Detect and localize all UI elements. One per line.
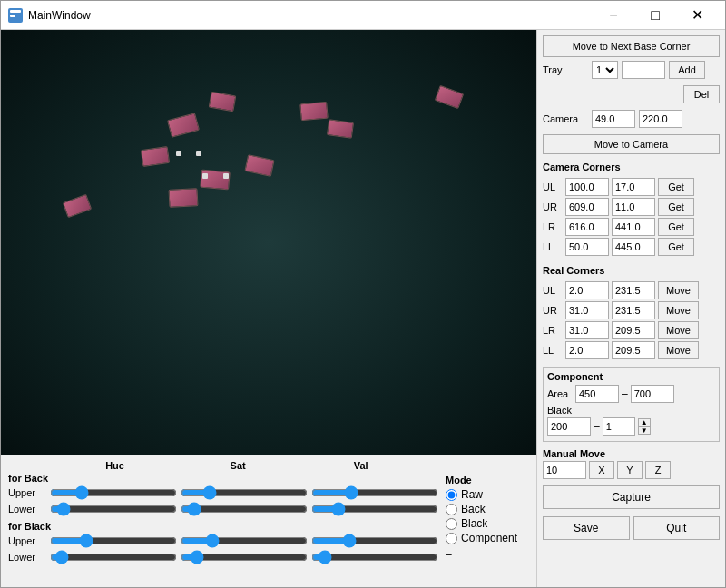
mode-black-label: Black — [461, 517, 487, 530]
manual-move-row: X Y Z — [543, 461, 720, 479]
component-2 — [209, 92, 237, 113]
x-button[interactable]: X — [589, 461, 614, 479]
mode-back-radio[interactable] — [446, 504, 457, 515]
back-upper-hue-slider[interactable] — [50, 485, 177, 501]
component-lead-2 — [196, 151, 201, 156]
real-corner-row-LL: LL Move — [543, 341, 720, 359]
camera-corner-UL-y[interactable] — [612, 178, 655, 196]
area-min-input[interactable] — [575, 385, 619, 403]
del-button[interactable]: Del — [683, 85, 720, 103]
sliders-left: for Back Upper Lower — [8, 473, 438, 565]
mode-component-radio[interactable] — [446, 533, 457, 544]
black-lower-hue-slider[interactable] — [50, 549, 177, 565]
back-lower-val-slider[interactable] — [311, 501, 438, 517]
black-min-input[interactable] — [547, 417, 591, 436]
mode-black[interactable]: Black — [446, 517, 529, 530]
tray-row: Tray 1234 Add — [543, 61, 720, 79]
component-title: Component — [547, 371, 715, 382]
quit-button[interactable]: Quit — [633, 516, 721, 540]
black-lower-val-slider[interactable] — [311, 549, 438, 565]
camera-corner-UR-y[interactable] — [612, 198, 655, 216]
camera-y-input[interactable] — [639, 110, 682, 128]
area-max-input[interactable] — [631, 385, 674, 403]
back-lower-hue-slider[interactable] — [50, 501, 177, 517]
move-to-camera-button[interactable]: Move to Camera — [543, 134, 720, 154]
camera-corner-LL-y[interactable] — [612, 238, 655, 256]
real-corner-UR-y[interactable] — [612, 301, 655, 319]
tray-input[interactable] — [622, 61, 665, 79]
camera-corner-UL-x[interactable] — [565, 178, 609, 196]
get-UL-button[interactable]: Get — [658, 178, 694, 196]
black-upper-sat-slider[interactable] — [181, 533, 308, 549]
real-corner-LR-y[interactable] — [612, 321, 655, 339]
manual-move-input[interactable] — [543, 461, 586, 479]
y-button[interactable]: Y — [617, 461, 643, 479]
real-corner-LR-x[interactable] — [565, 321, 609, 339]
black-spinner-input[interactable] — [603, 417, 635, 436]
corner-label-UR: UR — [543, 201, 563, 212]
tray-select[interactable]: 1234 — [592, 61, 618, 79]
move-UR-button[interactable]: Move — [658, 301, 699, 319]
corner-label-UL: UL — [543, 181, 563, 192]
back-upper-val-slider[interactable] — [311, 485, 438, 501]
real-corner-LL-y[interactable] — [612, 341, 655, 359]
close-button[interactable]: ✕ — [676, 1, 718, 30]
black-upper-hue-slider[interactable] — [50, 533, 177, 549]
camera-corner-LR-x[interactable] — [565, 218, 609, 236]
mode-black-radio[interactable] — [446, 518, 457, 530]
camera-corner-LL-x[interactable] — [565, 238, 609, 256]
real-corner-LL-x[interactable] — [565, 341, 609, 359]
corner-label-LR: LR — [543, 221, 563, 232]
get-LR-button[interactable]: Get — [658, 218, 694, 236]
camera-corner-LR-y[interactable] — [612, 218, 655, 236]
add-button[interactable]: Add — [669, 61, 705, 79]
real-corner-UL-x[interactable] — [565, 281, 609, 299]
component-lead-1 — [176, 151, 182, 156]
window-title: MainWindow — [28, 9, 593, 22]
black-lower-sat-slider[interactable] — [181, 549, 308, 565]
area-label: Area — [547, 388, 573, 399]
camera-bg — [1, 30, 536, 455]
z-button[interactable]: Z — [645, 461, 671, 479]
right-panel: Move to Next Base Corner Tray 1234 Add D… — [536, 30, 725, 587]
camera-corner-UR-x[interactable] — [565, 198, 609, 216]
back-upper-sat-slider[interactable] — [181, 485, 308, 501]
save-button[interactable]: Save — [543, 516, 630, 540]
sat-header: Sat — [176, 460, 299, 471]
black-row: Black — [547, 405, 715, 416]
mode-component[interactable]: Component — [446, 532, 529, 544]
camera-corners-title: Camera Corners — [543, 162, 720, 172]
spinner-up[interactable]: ▲ — [638, 418, 651, 426]
black-upper-label: Upper — [8, 535, 46, 546]
bottom-buttons: Save Quit — [543, 516, 720, 540]
get-LL-button[interactable]: Get — [658, 238, 694, 256]
move-UL-button[interactable]: Move — [658, 281, 699, 299]
camera-corners-section: UL Get UR Get LR Get LL Get — [543, 178, 720, 258]
capture-button[interactable]: Capture — [543, 485, 720, 509]
app-icon — [8, 8, 23, 23]
component-7 — [63, 194, 92, 218]
mode-raw-radio[interactable] — [446, 489, 457, 501]
move-LL-button[interactable]: Move — [658, 341, 699, 359]
mode-raw[interactable]: Raw — [446, 488, 529, 501]
camera-label: Camera — [543, 113, 588, 124]
sliders-bottom: for Back Upper Lower — [8, 473, 529, 565]
real-corner-UR-x[interactable] — [565, 301, 609, 319]
camera-x-input[interactable] — [592, 110, 635, 128]
black-value-row: – ▲ ▼ — [547, 417, 715, 436]
minimize-button[interactable]: − — [593, 1, 634, 30]
hue-header: Hue — [54, 460, 177, 471]
black-upper-val-slider[interactable] — [311, 533, 438, 549]
maximize-button[interactable]: □ — [634, 1, 676, 30]
move-next-base-button[interactable]: Move to Next Base Corner — [543, 35, 720, 57]
black-label: Black — [547, 405, 573, 416]
main-content: Hue Sat Val for Back Upper — [1, 30, 725, 587]
spinner-down[interactable]: ▼ — [638, 426, 651, 435]
back-lower-sat-slider[interactable] — [181, 501, 308, 517]
component-lead-4 — [223, 173, 229, 179]
mode-component-label: Component — [461, 532, 517, 544]
real-corner-UL-y[interactable] — [612, 281, 655, 299]
get-UR-button[interactable]: Get — [658, 198, 694, 216]
move-LR-button[interactable]: Move — [658, 321, 699, 339]
mode-back[interactable]: Back — [446, 503, 529, 515]
